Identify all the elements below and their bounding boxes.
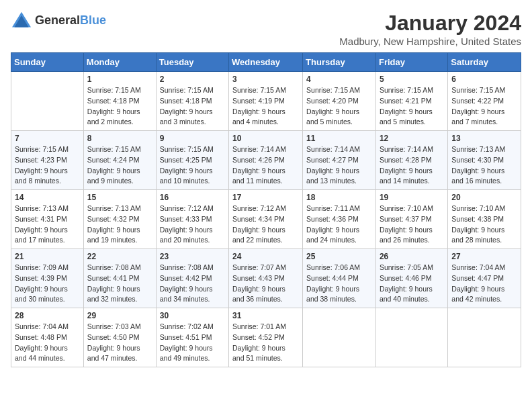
- cell-info: Sunrise: 7:03 AMSunset: 4:50 PMDaylight:…: [87, 322, 152, 364]
- cell-info: Sunrise: 7:12 AMSunset: 4:34 PMDaylight:…: [232, 203, 299, 246]
- day-number: 27: [451, 252, 517, 261]
- day-number: 22: [87, 252, 152, 261]
- day-number: 5: [380, 75, 444, 84]
- cell-info: Sunrise: 7:15 AMSunset: 4:18 PMDaylight:…: [87, 85, 152, 128]
- day-number: 31: [232, 311, 299, 320]
- location-title: Madbury, New Hampshire, United States: [339, 36, 521, 47]
- cell-info: Sunrise: 7:14 AMSunset: 4:26 PMDaylight:…: [232, 144, 299, 187]
- cell-info: Sunrise: 7:15 AMSunset: 4:22 PMDaylight:…: [451, 85, 517, 128]
- cell-info: Sunrise: 7:10 AMSunset: 4:37 PMDaylight:…: [380, 203, 444, 246]
- calendar-cell: 23Sunrise: 7:08 AMSunset: 4:42 PMDayligh…: [156, 249, 228, 308]
- month-title: January 2024: [339, 11, 521, 36]
- day-number: 6: [451, 75, 517, 84]
- calendar-cell: 31Sunrise: 7:01 AMSunset: 4:52 PMDayligh…: [229, 308, 303, 367]
- page-header: General Blue January 2024 Madbury, New H…: [11, 11, 521, 47]
- cell-info: Sunrise: 7:15 AMSunset: 4:25 PMDaylight:…: [160, 144, 225, 187]
- cell-info: Sunrise: 7:15 AMSunset: 4:21 PMDaylight:…: [380, 85, 444, 128]
- calendar-cell: 30Sunrise: 7:02 AMSunset: 4:51 PMDayligh…: [156, 308, 228, 367]
- cell-info: Sunrise: 7:14 AMSunset: 4:27 PMDaylight:…: [306, 144, 372, 187]
- cell-info: Sunrise: 7:08 AMSunset: 4:41 PMDaylight:…: [87, 263, 152, 305]
- calendar-cell: [448, 308, 521, 367]
- cell-info: Sunrise: 7:06 AMSunset: 4:44 PMDaylight:…: [306, 263, 372, 305]
- cell-info: Sunrise: 7:15 AMSunset: 4:20 PMDaylight:…: [306, 85, 372, 128]
- calendar-table: SundayMondayTuesdayWednesdayThursdayFrid…: [11, 52, 521, 367]
- day-number: 9: [160, 134, 225, 143]
- header-saturday: Saturday: [448, 53, 521, 72]
- calendar-row: 1Sunrise: 7:15 AMSunset: 4:18 PMDaylight…: [11, 72, 521, 131]
- calendar-cell: 6Sunrise: 7:15 AMSunset: 4:22 PMDaylight…: [448, 72, 521, 131]
- day-number: 1: [87, 75, 152, 84]
- cell-info: Sunrise: 7:15 AMSunset: 4:23 PMDaylight:…: [15, 144, 80, 187]
- day-number: 16: [160, 193, 225, 202]
- cell-info: Sunrise: 7:12 AMSunset: 4:33 PMDaylight:…: [160, 203, 225, 246]
- day-number: 3: [232, 75, 299, 84]
- day-number: 18: [306, 193, 372, 202]
- day-number: 20: [451, 193, 517, 202]
- header-sunday: Sunday: [11, 53, 84, 72]
- day-number: 28: [15, 311, 80, 320]
- calendar-cell: 12Sunrise: 7:14 AMSunset: 4:28 PMDayligh…: [375, 131, 447, 190]
- calendar-cell: 28Sunrise: 7:04 AMSunset: 4:48 PMDayligh…: [11, 308, 84, 367]
- calendar-cell: 9Sunrise: 7:15 AMSunset: 4:25 PMDaylight…: [156, 131, 228, 190]
- calendar-row: 21Sunrise: 7:09 AMSunset: 4:39 PMDayligh…: [11, 249, 521, 308]
- day-number: 23: [160, 252, 225, 261]
- calendar-cell: 22Sunrise: 7:08 AMSunset: 4:41 PMDayligh…: [83, 249, 156, 308]
- cell-info: Sunrise: 7:14 AMSunset: 4:28 PMDaylight:…: [380, 144, 444, 187]
- calendar-cell: 3Sunrise: 7:15 AMSunset: 4:19 PMDaylight…: [229, 72, 303, 131]
- calendar-row: 7Sunrise: 7:15 AMSunset: 4:23 PMDaylight…: [11, 131, 521, 190]
- calendar-cell: 25Sunrise: 7:06 AMSunset: 4:44 PMDayligh…: [303, 249, 376, 308]
- cell-info: Sunrise: 7:15 AMSunset: 4:24 PMDaylight:…: [87, 144, 152, 187]
- cell-info: Sunrise: 7:13 AMSunset: 4:30 PMDaylight:…: [451, 144, 517, 187]
- calendar-cell: 21Sunrise: 7:09 AMSunset: 4:39 PMDayligh…: [11, 249, 84, 308]
- calendar-cell: 27Sunrise: 7:04 AMSunset: 4:47 PMDayligh…: [448, 249, 521, 308]
- cell-info: Sunrise: 7:11 AMSunset: 4:36 PMDaylight:…: [306, 203, 372, 246]
- header-wednesday: Wednesday: [229, 53, 303, 72]
- cell-info: Sunrise: 7:15 AMSunset: 4:19 PMDaylight:…: [232, 85, 299, 128]
- day-number: 26: [380, 252, 444, 261]
- header-friday: Friday: [375, 53, 447, 72]
- cell-info: Sunrise: 7:01 AMSunset: 4:52 PMDaylight:…: [232, 322, 299, 364]
- calendar-cell: 15Sunrise: 7:13 AMSunset: 4:32 PMDayligh…: [83, 190, 156, 249]
- day-number: 25: [306, 252, 372, 261]
- cell-info: Sunrise: 7:02 AMSunset: 4:51 PMDaylight:…: [160, 322, 225, 364]
- day-number: 11: [306, 134, 372, 143]
- calendar-cell: 17Sunrise: 7:12 AMSunset: 4:34 PMDayligh…: [229, 190, 303, 249]
- header-thursday: Thursday: [303, 53, 376, 72]
- calendar-cell: 14Sunrise: 7:13 AMSunset: 4:31 PMDayligh…: [11, 190, 84, 249]
- title-area: January 2024 Madbury, New Hampshire, Uni…: [339, 11, 521, 47]
- calendar-cell: 16Sunrise: 7:12 AMSunset: 4:33 PMDayligh…: [156, 190, 228, 249]
- calendar-cell: [11, 72, 84, 131]
- cell-info: Sunrise: 7:13 AMSunset: 4:32 PMDaylight:…: [87, 203, 152, 246]
- calendar-cell: 5Sunrise: 7:15 AMSunset: 4:21 PMDaylight…: [375, 72, 447, 131]
- day-number: 24: [232, 252, 299, 261]
- calendar-cell: 26Sunrise: 7:05 AMSunset: 4:46 PMDayligh…: [375, 249, 447, 308]
- calendar-cell: [375, 308, 447, 367]
- calendar-cell: 7Sunrise: 7:15 AMSunset: 4:23 PMDaylight…: [11, 131, 84, 190]
- day-number: 21: [15, 252, 80, 261]
- cell-info: Sunrise: 7:05 AMSunset: 4:46 PMDaylight:…: [380, 263, 444, 305]
- day-number: 12: [380, 134, 444, 143]
- day-number: 30: [160, 311, 225, 320]
- calendar-cell: 8Sunrise: 7:15 AMSunset: 4:24 PMDaylight…: [83, 131, 156, 190]
- day-number: 8: [87, 134, 152, 143]
- cell-info: Sunrise: 7:04 AMSunset: 4:47 PMDaylight:…: [451, 263, 517, 305]
- calendar-cell: 20Sunrise: 7:10 AMSunset: 4:38 PMDayligh…: [448, 190, 521, 249]
- calendar-cell: 4Sunrise: 7:15 AMSunset: 4:20 PMDaylight…: [303, 72, 376, 131]
- day-number: 4: [306, 75, 372, 84]
- calendar-cell: 1Sunrise: 7:15 AMSunset: 4:18 PMDaylight…: [83, 72, 156, 131]
- day-number: 19: [380, 193, 444, 202]
- day-number: 17: [232, 193, 299, 202]
- cell-info: Sunrise: 7:04 AMSunset: 4:48 PMDaylight:…: [15, 322, 80, 364]
- calendar-cell: 11Sunrise: 7:14 AMSunset: 4:27 PMDayligh…: [303, 131, 376, 190]
- calendar-row: 28Sunrise: 7:04 AMSunset: 4:48 PMDayligh…: [11, 308, 521, 367]
- logo-blue: Blue: [80, 13, 106, 28]
- cell-info: Sunrise: 7:09 AMSunset: 4:39 PMDaylight:…: [15, 263, 80, 305]
- calendar-cell: 2Sunrise: 7:15 AMSunset: 4:18 PMDaylight…: [156, 72, 228, 131]
- day-number: 2: [160, 75, 225, 84]
- cell-info: Sunrise: 7:15 AMSunset: 4:18 PMDaylight:…: [160, 85, 225, 128]
- logo-icon: [11, 11, 32, 30]
- calendar-cell: 19Sunrise: 7:10 AMSunset: 4:37 PMDayligh…: [375, 190, 447, 249]
- calendar-cell: 10Sunrise: 7:14 AMSunset: 4:26 PMDayligh…: [229, 131, 303, 190]
- cell-info: Sunrise: 7:13 AMSunset: 4:31 PMDaylight:…: [15, 203, 80, 246]
- calendar-cell: 18Sunrise: 7:11 AMSunset: 4:36 PMDayligh…: [303, 190, 376, 249]
